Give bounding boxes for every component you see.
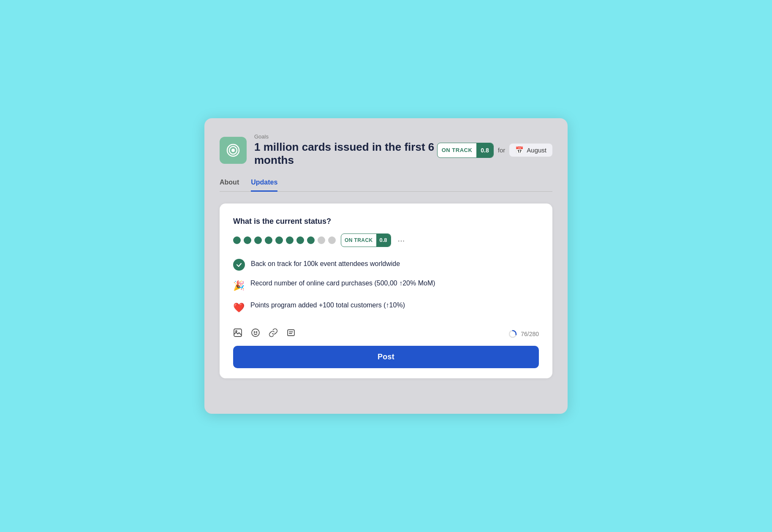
list-item: Back on track for 100k event attendees w…: [233, 259, 539, 271]
dot-4: [265, 236, 272, 244]
update-text-3: Points program added +100 total customer…: [250, 300, 405, 310]
status-label: ON TRACK: [341, 237, 376, 243]
svg-point-5: [252, 329, 259, 337]
main-container: Goals 1 million cards issued in the firs…: [204, 118, 568, 414]
char-count: 76/280: [521, 331, 539, 337]
svg-point-6: [254, 331, 255, 332]
more-button[interactable]: ···: [396, 236, 407, 244]
dot-1: [233, 236, 241, 244]
check-icon: [233, 259, 245, 271]
header: Goals 1 million cards issued in the firs…: [220, 133, 552, 167]
month-badge: 📅 August: [509, 144, 552, 157]
toolbar-row: 76/280: [233, 328, 539, 340]
link-icon[interactable]: [269, 328, 278, 340]
tabs-row: About Updates: [220, 179, 552, 192]
calendar-icon: 📅: [515, 146, 524, 154]
toolbar-icons: [233, 328, 296, 340]
updates-list: Back on track for 100k event attendees w…: [233, 259, 539, 315]
svg-point-4: [236, 331, 237, 332]
on-track-score: 0.8: [476, 143, 493, 157]
for-label: for: [498, 147, 506, 154]
svg-point-7: [256, 331, 257, 332]
dot-7: [296, 236, 304, 244]
dots-row: [233, 236, 336, 244]
post-button[interactable]: Post: [233, 346, 539, 368]
header-text: Goals 1 million cards issued in the firs…: [254, 133, 437, 167]
breadcrumb: Goals: [254, 133, 437, 140]
list-item: ❤️ Points program added +100 total custo…: [233, 300, 539, 315]
dot-9: [318, 236, 325, 244]
svg-point-2: [231, 149, 235, 152]
party-icon: 🎉: [233, 279, 245, 293]
on-track-label: ON TRACK: [438, 147, 477, 153]
update-card: What is the current status? ON TRACK 0.8…: [220, 204, 552, 378]
status-row: ON TRACK 0.8 ···: [233, 233, 539, 247]
tab-updates[interactable]: Updates: [251, 179, 277, 192]
dot-3: [254, 236, 262, 244]
on-track-badge: ON TRACK 0.8: [437, 143, 494, 158]
list-item: 🎉 Record number of online card purchases…: [233, 278, 539, 293]
goal-icon: [220, 137, 247, 164]
image-icon[interactable]: [233, 328, 242, 340]
page-title: 1 million cards issued in the first 6 mo…: [254, 141, 437, 167]
update-text-1: Back on track for 100k event attendees w…: [251, 259, 400, 269]
char-count-row: 76/280: [508, 329, 539, 339]
dot-8: [307, 236, 315, 244]
dot-5: [275, 236, 283, 244]
heart-icon: ❤️: [233, 301, 245, 315]
dot-10: [328, 236, 336, 244]
emoji-icon[interactable]: [251, 328, 260, 340]
section-title: What is the current status?: [233, 217, 539, 226]
svg-rect-8: [288, 330, 294, 336]
tab-about[interactable]: About: [220, 179, 239, 192]
progress-ring: [508, 329, 517, 339]
svg-rect-3: [234, 329, 242, 337]
month-label: August: [527, 147, 546, 154]
header-left: Goals 1 million cards issued in the firs…: [220, 133, 437, 167]
dot-2: [244, 236, 251, 244]
dot-6: [286, 236, 294, 244]
list-icon[interactable]: [286, 328, 296, 340]
update-text-2: Record number of online card purchases (…: [250, 278, 435, 288]
header-right: ON TRACK 0.8 for 📅 August: [437, 143, 552, 158]
status-score: 0.8: [376, 234, 391, 247]
status-badge-inline[interactable]: ON TRACK 0.8: [341, 233, 391, 247]
